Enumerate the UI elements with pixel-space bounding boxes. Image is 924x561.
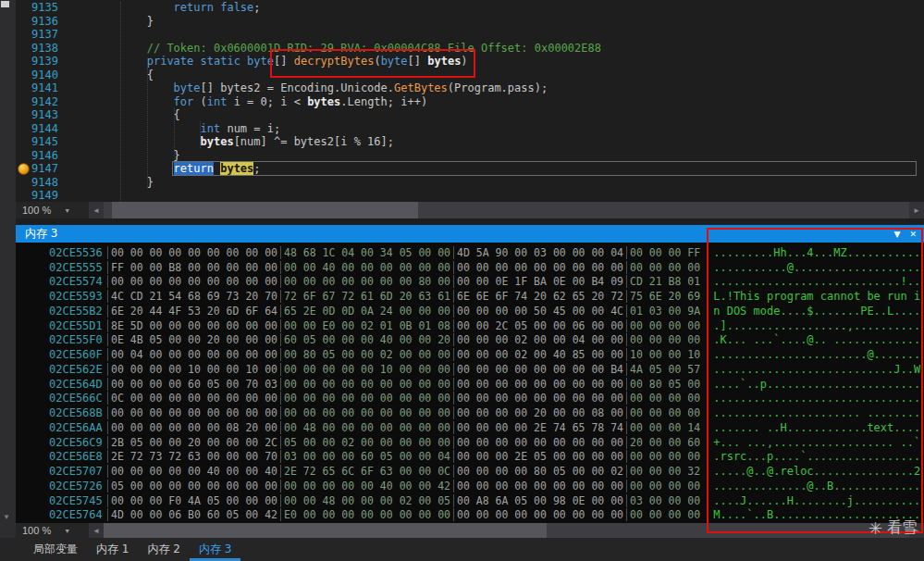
code-token: byte <box>381 55 408 68</box>
code-line[interactable]: 9148 } <box>16 176 924 190</box>
memory-row[interactable]: 02CE566C0C 00 00 00 00 00 00 00 0000 00 … <box>49 392 924 406</box>
code-token: bytes <box>427 55 461 68</box>
code-editor-lines[interactable]: 9135 return false;9136 }91379138 // Toke… <box>16 1 924 203</box>
memory-row[interactable]: 02CE560F00 04 00 00 00 00 00 00 0000 80 … <box>49 347 924 362</box>
memory-hex-group: 00 00 00 FF <box>626 246 700 259</box>
code-line[interactable]: 9149 <box>16 189 924 203</box>
memory-horizontal-scrollbar[interactable]: ◄ ► <box>89 523 924 538</box>
tab-locals[interactable]: 局部变量 <box>24 538 87 561</box>
memory-hex-group: 2E 72 73 72 63 00 00 00 70 <box>107 450 277 463</box>
memory-hex-group: 8E 5D 00 00 00 00 00 00 00 <box>107 319 277 332</box>
memory-address: 02CE5574 <box>49 275 105 288</box>
code-token: } <box>67 15 154 28</box>
breakpoint-gutter[interactable] <box>16 28 31 42</box>
scroll-left-icon[interactable]: ◄ <box>89 206 104 215</box>
code-line[interactable]: 9138 // Token: 0x0600001D RID: 29 RVA: 0… <box>16 42 924 56</box>
memory-address: 02CE568B <box>49 406 105 419</box>
memory-row[interactable]: 02CE553600 00 00 00 00 00 00 00 0048 68 … <box>49 245 924 260</box>
code-line[interactable]: 9136 } <box>16 15 924 29</box>
splitter-arrow-icon[interactable]: ▼ <box>3 513 10 521</box>
code-line[interactable]: 9137 <box>16 28 924 42</box>
memory-row[interactable]: 02CE574500 00 00 F0 4A 05 00 00 0000 00 … <box>49 493 924 508</box>
scrollbar-track[interactable] <box>104 202 909 218</box>
code-line[interactable]: 9145 bytes[num] ^= bytes2[i % 16]; <box>16 135 924 149</box>
memory-row[interactable]: 02CE572605 00 00 00 00 00 00 00 0000 00 … <box>49 479 924 493</box>
memory-panel-title: 内存 3 <box>25 226 57 242</box>
scroll-left-icon[interactable]: ◄ <box>89 527 104 535</box>
breakpoint-gutter[interactable] <box>16 1 31 15</box>
memory-hex-group: 00 00 00 00 <box>626 406 700 419</box>
breakpoint-gutter[interactable] <box>16 81 31 95</box>
tab-memory-3[interactable]: 内存 3 <box>190 538 240 561</box>
code-line[interactable]: 9139 private static byte[] decryptBytes(… <box>16 55 924 69</box>
memory-zoom-combo[interactable]: 100 % ▼ <box>16 525 89 536</box>
memory-row[interactable]: 02CE57644D 00 00 06 B0 60 05 00 42E0 00 … <box>49 508 924 523</box>
memory-hex-group: 2B 05 00 00 20 00 00 00 2C <box>107 436 277 449</box>
code-token: false <box>220 1 253 14</box>
memory-address: 02CE56C9 <box>49 436 105 449</box>
code-token: (Program.pass); <box>448 81 548 94</box>
memory-row[interactable]: 02CE55B26E 20 44 4F 53 20 6D 6F 6465 2E … <box>49 304 924 318</box>
code-line[interactable]: 9143 { <box>16 108 924 122</box>
code-line[interactable]: 9146 } <box>16 149 924 163</box>
bottom-tab-strip: 局部变量内存 1内存 2内存 3 <box>0 538 924 561</box>
memory-address: 02CE56AA <box>49 421 105 434</box>
code-line[interactable]: 9147 return bytes; <box>16 162 924 176</box>
tab-memory-2[interactable]: 内存 2 <box>138 538 189 561</box>
editor-zoom-combo[interactable]: 100 % ▼ <box>16 205 89 216</box>
code-line[interactable]: 9142 for (int i = 0; i < bytes.Length; i… <box>16 95 924 109</box>
memory-hex-group: 00 00 00 00 <box>626 450 700 463</box>
memory-row[interactable]: 02CE56E82E 72 73 72 63 00 00 00 7003 00 … <box>49 450 924 465</box>
memory-row[interactable]: 02CE557400 00 00 00 00 00 00 00 0000 00 … <box>49 275 924 290</box>
memory-rows[interactable]: 02CE553600 00 00 00 00 00 00 00 0048 68 … <box>16 243 924 522</box>
memory-row[interactable]: 02CE570700 00 00 00 00 40 00 00 402E 72 … <box>49 464 924 479</box>
breakpoint-gutter[interactable] <box>16 176 31 190</box>
breakpoint-gutter[interactable] <box>16 149 31 163</box>
memory-hex-group: CD 21 B8 01 <box>626 275 700 288</box>
memory-panel-titlebar[interactable]: 内存 3 ▼ ✕ <box>16 225 924 243</box>
code-line[interactable]: 9135 return false; <box>16 1 924 15</box>
breakpoint-gutter[interactable] <box>16 69 31 82</box>
scrollbar-track[interactable] <box>104 523 909 538</box>
line-number: 9137 <box>31 28 62 42</box>
memory-row[interactable]: 02CE55934C CD 21 54 68 69 73 20 7072 6F … <box>49 289 924 304</box>
memory-row[interactable]: 02CE5555FF 00 00 B8 00 00 00 00 0000 00 … <box>49 260 924 275</box>
breakpoint-gutter[interactable] <box>16 55 31 69</box>
memory-ascii: ............................... <box>713 392 920 405</box>
line-number: 9139 <box>31 55 62 69</box>
memory-hex-group: 00 00 00 00 00 00 00 00 00 <box>453 436 623 449</box>
editor-horizontal-scrollbar[interactable]: ◄ ► <box>89 202 924 218</box>
window-menu-icon[interactable]: ▼ <box>894 230 901 239</box>
breakpoint-gutter[interactable] <box>16 95 31 109</box>
memory-row[interactable]: 02CE564D00 00 00 00 60 05 00 70 0300 00 … <box>49 377 924 392</box>
code-line[interactable]: 9141 byte[] bytes2 = Encoding.Unicode.Ge… <box>16 81 924 95</box>
code-text: // Token: 0x0600001D RID: 29 RVA: 0x0000… <box>67 42 601 56</box>
code-line[interactable]: 9144 int num = i; <box>16 122 924 136</box>
breakpoint-gutter[interactable] <box>16 15 31 29</box>
breakpoint-gutter[interactable] <box>16 162 31 176</box>
memory-row[interactable]: 02CE568B00 00 00 00 00 00 00 00 0000 00 … <box>49 405 924 420</box>
breakpoint-gutter[interactable] <box>16 122 31 136</box>
breakpoint-gutter[interactable] <box>16 189 31 203</box>
tab-memory-1[interactable]: 内存 1 <box>87 538 138 561</box>
memory-address: 02CE5536 <box>49 246 105 259</box>
code-line[interactable]: 9140 { <box>16 69 924 82</box>
scrollbar-thumb[interactable] <box>112 202 418 218</box>
code-text: } <box>67 15 154 29</box>
code-token: byte <box>174 81 201 94</box>
memory-row[interactable]: 02CE562E00 00 00 00 10 00 00 10 0000 00 … <box>49 362 924 377</box>
memory-ascii: ...........................J..W <box>713 363 920 376</box>
memory-ascii: L.!This program cannot be run i <box>713 290 920 303</box>
close-icon[interactable]: ✕ <box>909 230 917 239</box>
memory-row[interactable]: 02CE55F00E 4B 05 00 00 20 00 00 0060 05 … <box>49 333 924 348</box>
memory-row[interactable]: 02CE55D18E 5D 00 00 00 00 00 00 0000 00 … <box>49 318 924 333</box>
memory-hex-group: 00 A8 6A 05 00 98 0E 00 00 <box>453 494 623 507</box>
breakpoint-gutter[interactable] <box>16 42 31 56</box>
breakpoint-gutter[interactable] <box>16 108 31 122</box>
scrollbar-thumb[interactable] <box>104 523 547 538</box>
memory-row[interactable]: 02CE56AA00 00 00 00 00 00 08 20 0000 48 … <box>49 420 924 435</box>
breakpoint-gutter[interactable] <box>16 135 31 149</box>
memory-zoom-bar: 100 % ▼ ◄ ► <box>16 523 924 538</box>
scroll-right-icon[interactable]: ► <box>909 206 924 215</box>
memory-row[interactable]: 02CE56C92B 05 00 00 20 00 00 00 2C05 00 … <box>49 435 924 450</box>
